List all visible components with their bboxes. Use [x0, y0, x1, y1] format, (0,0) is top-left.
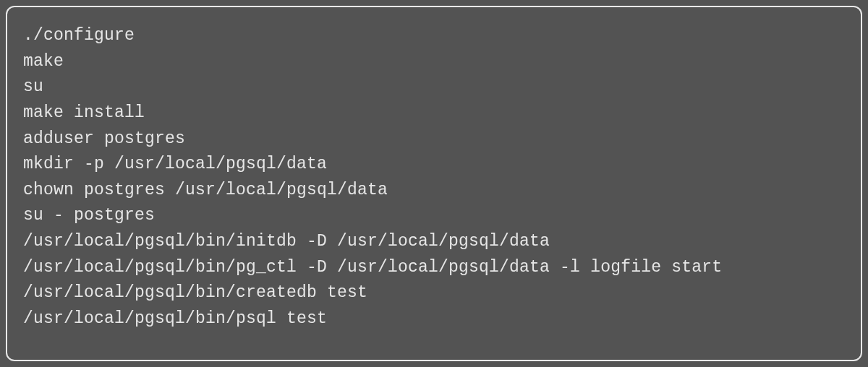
code-block: ./configure make su make install adduser…	[6, 6, 862, 361]
code-line: adduser postgres	[23, 126, 845, 152]
code-line: su - postgres	[23, 203, 845, 229]
code-line: mkdir -p /usr/local/pgsql/data	[23, 152, 845, 178]
code-line: /usr/local/pgsql/bin/initdb -D /usr/loca…	[23, 229, 845, 255]
code-line: make install	[23, 100, 845, 126]
code-line: ./configure	[23, 23, 845, 49]
code-line: /usr/local/pgsql/bin/pg_ctl -D /usr/loca…	[23, 255, 845, 281]
code-line: chown postgres /usr/local/pgsql/data	[23, 178, 845, 204]
code-line: make	[23, 49, 845, 75]
code-line: /usr/local/pgsql/bin/psql test	[23, 306, 845, 332]
code-line: /usr/local/pgsql/bin/createdb test	[23, 280, 845, 306]
code-line: su	[23, 74, 845, 100]
